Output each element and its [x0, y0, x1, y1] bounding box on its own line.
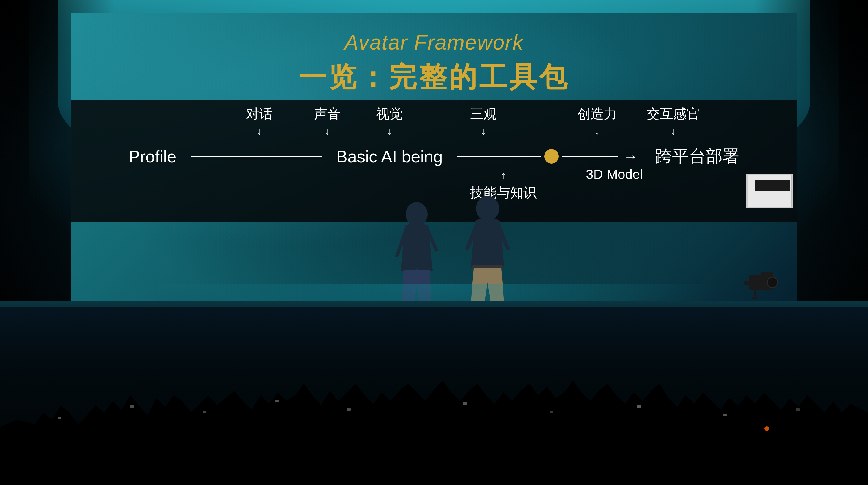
svg-rect-22 — [744, 281, 751, 285]
title-english: Avatar Framework — [71, 30, 797, 54]
timeline-line: Profile Basic AI being → 跨平台部署 — [129, 145, 739, 168]
cross-platform-label: 跨平台部署 — [655, 145, 739, 168]
svg-rect-17 — [796, 408, 800, 411]
label-chuangzao: 创造力 ↓ — [577, 105, 617, 136]
corner-monitor — [746, 174, 793, 208]
label-duihua: 对话 ↓ — [246, 105, 273, 136]
line-right — [562, 156, 618, 157]
label-shengyin-text: 声音 — [314, 105, 341, 123]
audience-lights — [0, 336, 868, 452]
scene: Avatar Framework 一览：完整的工具包 对话 ↓ 声音 ↓ 视觉 … — [0, 0, 868, 485]
label-sanguan-text: 三观 — [470, 105, 497, 123]
label-jiaohu: 交互感官 ↓ — [647, 105, 700, 136]
node-dot — [544, 149, 559, 164]
arrow-shijue: ↓ — [387, 126, 392, 136]
svg-point-21 — [767, 277, 778, 287]
svg-point-18 — [765, 426, 769, 431]
arrow-sanguan: ↓ — [481, 126, 486, 136]
screen-title-area: Avatar Framework 一览：完整的工具包 — [71, 30, 797, 96]
label-duihua-text: 对话 — [246, 105, 273, 123]
model3d-label-text: 3D Model — [586, 167, 643, 182]
basic-ai-label: Basic AI being — [336, 147, 443, 166]
title-chinese: 一览：完整的工具包 — [71, 59, 797, 96]
svg-rect-15 — [637, 405, 641, 408]
arrow-right-icon: → — [623, 148, 638, 165]
svg-rect-8 — [58, 417, 61, 419]
svg-rect-16 — [723, 414, 727, 417]
label-chuangzao-text: 创造力 — [577, 105, 617, 123]
svg-rect-12 — [347, 408, 351, 410]
label-shijue: 视觉 ↓ — [376, 105, 403, 136]
svg-rect-10 — [203, 411, 206, 413]
label-jiaohu-text: 交互感官 — [647, 105, 700, 123]
profile-label: Profile — [129, 147, 176, 166]
svg-rect-11 — [275, 400, 279, 402]
below-label-3d: 3D Model — [586, 167, 643, 182]
audience-area — [0, 307, 868, 485]
arrow-chuangzao: ↓ — [595, 126, 600, 136]
svg-point-0 — [406, 202, 428, 226]
presentation-screen: Avatar Framework 一览：完整的工具包 对话 ↓ 声音 ↓ 视觉 … — [71, 13, 797, 306]
svg-point-4 — [476, 196, 499, 221]
arrow-shengyin: ↓ — [324, 126, 330, 136]
camera-silhouette — [738, 261, 796, 304]
arrow-skills-up: ↑ — [501, 169, 506, 181]
svg-rect-9 — [130, 405, 134, 408]
arrow-jiaohu: ↓ — [671, 126, 676, 136]
line-mid — [457, 156, 541, 157]
label-shijue-text: 视觉 — [376, 105, 403, 123]
svg-rect-14 — [550, 411, 553, 413]
label-sanguan: 三观 ↓ — [470, 105, 497, 136]
corner-monitor-dark — [755, 179, 790, 191]
label-shengyin: 声音 ↓ — [314, 105, 341, 136]
svg-rect-13 — [463, 402, 467, 405]
arrow-duihua: ↓ — [257, 126, 262, 136]
line-left — [191, 156, 322, 157]
